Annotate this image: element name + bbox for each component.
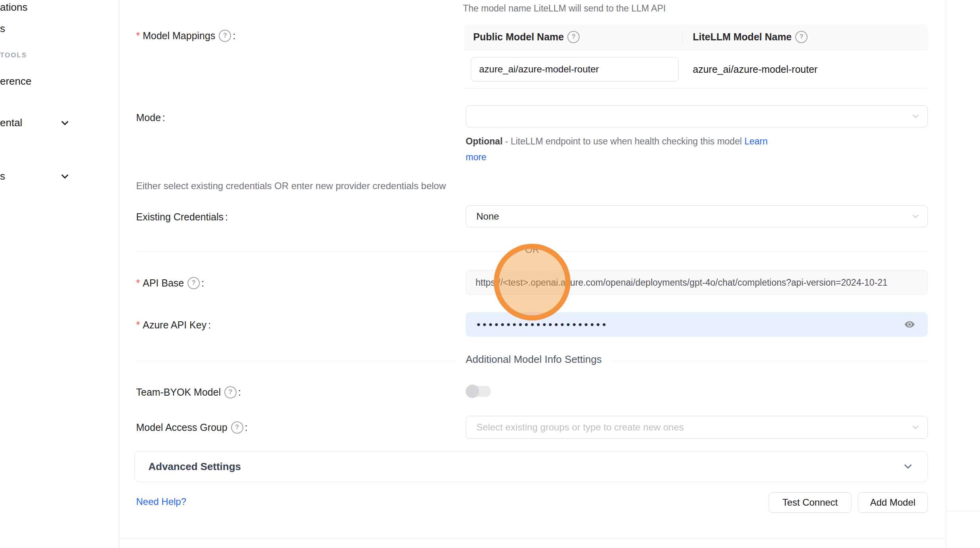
model-mappings-table: Public Model Name ? LiteLLM Model Name ?… [464, 24, 928, 89]
masked-api-key: •••••••••••••••••••••• [477, 319, 608, 330]
required-asterisk: * [136, 278, 140, 288]
credentials-hint: Either select existing credentials OR en… [136, 180, 446, 192]
chevron-down-icon [911, 423, 920, 432]
table-row: azure_ai/azure-model-router [464, 50, 928, 89]
chevron-down-icon [902, 461, 914, 472]
help-icon[interactable]: ? [567, 31, 580, 43]
required-asterisk: * [136, 31, 140, 41]
team-byok-toggle[interactable] [466, 385, 491, 398]
model-access-group-select[interactable]: Select existing groups or type to create… [466, 416, 928, 439]
chevron-down-icon[interactable] [59, 171, 70, 182]
public-model-name-input[interactable] [471, 57, 679, 82]
help-icon[interactable]: ? [231, 421, 243, 434]
add-model-button[interactable]: Add Model [858, 492, 928, 513]
advanced-settings-accordion[interactable]: Advanced Settings [135, 451, 928, 482]
mode-hint: Optional - LiteLLM endpoint to use when … [466, 133, 782, 165]
api-base-label: * API Base ? : [136, 276, 204, 290]
table-header-row: Public Model Name ? LiteLLM Model Name ? [464, 24, 928, 50]
eye-icon[interactable] [902, 319, 917, 330]
mode-label: Mode : [136, 110, 165, 125]
mode-select[interactable] [466, 105, 928, 127]
help-icon[interactable]: ? [219, 30, 231, 42]
sidebar-item[interactable]: s [0, 23, 5, 35]
model-name-hint: The model name LiteLLM will send to the … [463, 3, 666, 14]
sidebar-section-tools: TOOLS [0, 51, 27, 59]
or-divider-label: OR [516, 244, 549, 255]
right-margin-rule [946, 511, 980, 511]
chevron-down-icon [911, 212, 920, 221]
model-mappings-label: * Model Mappings ? : [136, 28, 235, 43]
test-connect-button[interactable]: Test Connect [769, 492, 851, 513]
additional-settings-divider-label: Additional Model Info Settings [456, 353, 611, 366]
card-bottom-border [119, 538, 946, 539]
existing-credentials-label: Existing Credentials : [136, 210, 228, 224]
api-base-value: https://<test>.openai.azure.com/openai/d… [476, 277, 887, 288]
card-right-border [946, 0, 946, 548]
required-asterisk: * [136, 320, 140, 330]
help-icon[interactable]: ? [188, 277, 200, 289]
azure-api-key-input[interactable]: •••••••••••••••••••••• [466, 312, 928, 337]
sidebar-item[interactable]: s [0, 170, 5, 182]
need-help-link[interactable]: Need Help? [136, 496, 186, 507]
sidebar-item[interactable]: ental [0, 117, 22, 129]
help-icon[interactable]: ? [224, 386, 237, 398]
sidebar-item[interactable]: ations [0, 1, 27, 13]
help-icon[interactable]: ? [795, 31, 808, 43]
public-model-name-header: Public Model Name [473, 31, 564, 43]
chevron-down-icon [911, 112, 920, 121]
model-access-group-label: Model Access Group ? : [136, 420, 248, 434]
chevron-down-icon[interactable] [59, 118, 70, 129]
toggle-knob [466, 385, 479, 398]
select-placeholder: Select existing groups or type to create… [476, 422, 684, 433]
advanced-settings-title: Advanced Settings [148, 461, 241, 473]
column-divider [682, 30, 683, 44]
card-left-border [119, 0, 119, 548]
existing-credentials-select[interactable]: None [466, 205, 928, 228]
add-model-form-page: { "shared": { "colon": ":", "required_ma… [0, 0, 980, 548]
litellm-model-name-value: azure_ai/azure-model-router [693, 64, 817, 75]
litellm-model-name-header: LiteLLM Model Name [693, 31, 792, 43]
selected-value: None [476, 211, 499, 222]
sidebar-item[interactable]: erence [0, 75, 32, 87]
api-base-input[interactable]: https://<test>.openai.azure.com/openai/d… [466, 270, 928, 295]
optional-emphasis: Optional [466, 136, 502, 146]
azure-api-key-label: * Azure API Key : [136, 318, 211, 332]
team-byok-label: Team-BYOK Model ? : [136, 385, 241, 399]
